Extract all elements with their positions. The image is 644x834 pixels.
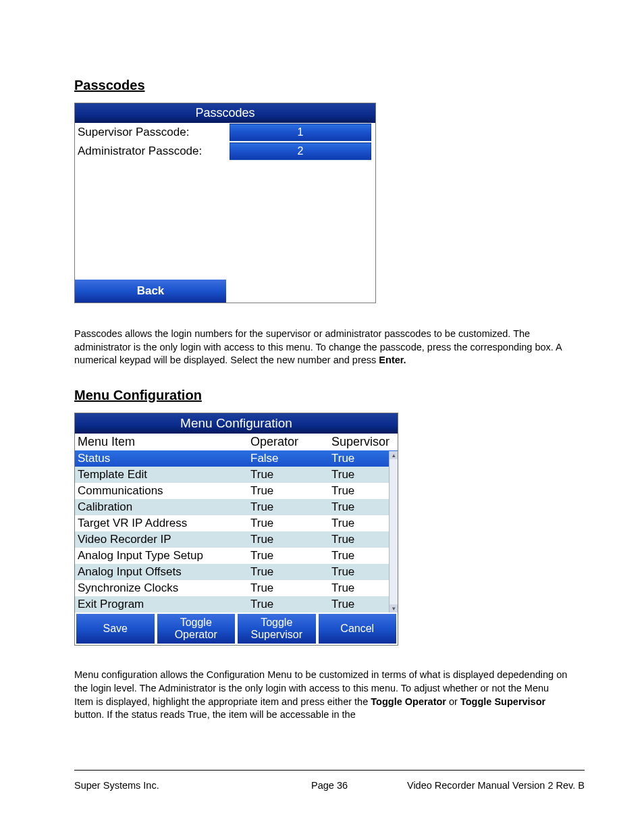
menu-config-table: Menu Item Operator Supervisor StatusFals… xyxy=(75,434,398,613)
cell-operator: True xyxy=(248,467,329,483)
scroll-up-icon[interactable]: ▴ xyxy=(390,451,398,459)
passcodes-paragraph-text: Passcodes allows the login numbers for t… xyxy=(74,328,562,365)
cell-operator: True xyxy=(248,548,329,564)
save-button[interactable]: Save xyxy=(76,614,155,644)
menu-config-panel-title: Menu Configuration xyxy=(75,413,398,434)
cell-supervisor: True xyxy=(329,548,398,564)
cell-menu-item: Template Edit xyxy=(75,467,248,483)
cell-supervisor: True xyxy=(329,483,398,499)
footer-right: Video Recorder Manual Version 2 Rev. B xyxy=(361,780,585,791)
cell-supervisor: True xyxy=(329,467,398,483)
table-row[interactable]: Template EditTrueTrue xyxy=(75,467,398,483)
footer-center: Page 36 xyxy=(298,780,361,791)
supervisor-passcode-label: Supervisor Passcode: xyxy=(75,126,230,139)
passcodes-panel-title: Passcodes xyxy=(75,103,375,123)
cell-operator: True xyxy=(248,483,329,499)
toggle-operator-bold: Toggle Operator xyxy=(371,696,446,707)
cell-supervisor: True xyxy=(329,499,398,515)
administrator-passcode-row: Administrator Passcode: 2 xyxy=(75,142,375,161)
scroll-down-icon[interactable]: ▾ xyxy=(390,604,398,613)
cell-menu-item: Calibration xyxy=(75,499,248,515)
cell-supervisor: True xyxy=(329,596,398,613)
passcodes-paragraph: Passcodes allows the login numbers for t… xyxy=(74,328,570,367)
back-button[interactable]: Back xyxy=(75,280,226,303)
supervisor-passcode-row: Supervisor Passcode: 1 xyxy=(75,123,375,142)
cell-supervisor: True xyxy=(329,531,398,548)
cell-menu-item: Video Recorder IP xyxy=(75,531,248,548)
cell-menu-item: Target VR IP Address xyxy=(75,515,248,531)
table-row[interactable]: Video Recorder IPTrueTrue xyxy=(75,531,398,548)
cell-operator: False xyxy=(248,450,329,467)
cell-operator: True xyxy=(248,515,329,531)
cell-menu-item: Communications xyxy=(75,483,248,499)
cell-operator: True xyxy=(248,580,329,596)
enter-bold: Enter. xyxy=(379,355,406,365)
table-row[interactable]: CommunicationsTrueTrue xyxy=(75,483,398,499)
cell-operator: True xyxy=(248,596,329,613)
menu-config-paragraph: Menu configuration allows the Configurat… xyxy=(74,669,570,721)
menu-config-paragraph-post: button. If the status reads True, the it… xyxy=(74,709,356,720)
cell-operator: True xyxy=(248,499,329,515)
table-row[interactable]: Analog Input OffsetsTrueTrue xyxy=(75,564,398,580)
col-menu-item: Menu Item xyxy=(75,434,248,450)
col-operator: Operator xyxy=(248,434,329,450)
menu-config-paragraph-mid: or xyxy=(446,696,460,707)
table-row[interactable]: Exit ProgramTrueTrue xyxy=(75,596,398,613)
passcodes-panel: Passcodes Supervisor Passcode: 1 Adminis… xyxy=(74,103,376,303)
cell-operator: True xyxy=(248,531,329,548)
passcodes-heading: Passcodes xyxy=(74,78,570,93)
cell-supervisor: True xyxy=(329,450,398,467)
page-footer: Super Systems Inc. Page 36 Video Recorde… xyxy=(74,780,585,791)
administrator-passcode-label: Administrator Passcode: xyxy=(75,145,230,158)
footer-left: Super Systems Inc. xyxy=(74,780,298,791)
toggle-operator-button[interactable]: ToggleOperator xyxy=(157,614,236,644)
cell-supervisor: True xyxy=(329,515,398,531)
table-row[interactable]: StatusFalseTrue xyxy=(75,450,398,467)
cell-menu-item: Exit Program xyxy=(75,596,248,613)
cell-menu-item: Status xyxy=(75,450,248,467)
cell-operator: True xyxy=(248,564,329,580)
toggle-supervisor-bold: Toggle Supervisor xyxy=(460,696,545,707)
menu-config-panel: Menu Configuration Menu Item Operator Su… xyxy=(74,413,398,646)
scrollbar[interactable]: ▴ ▾ xyxy=(389,451,398,613)
menu-configuration-heading: Menu Configuration xyxy=(74,388,570,403)
table-row[interactable]: Analog Input Type SetupTrueTrue xyxy=(75,548,398,564)
cell-supervisor: True xyxy=(329,580,398,596)
cell-menu-item: Analog Input Type Setup xyxy=(75,548,248,564)
toggle-supervisor-button[interactable]: ToggleSupervisor xyxy=(238,614,316,644)
cell-menu-item: Analog Input Offsets xyxy=(75,564,248,580)
footer-divider xyxy=(74,770,585,771)
table-row[interactable]: Synchronize ClocksTrueTrue xyxy=(75,580,398,596)
col-supervisor: Supervisor xyxy=(329,434,398,450)
cancel-button[interactable]: Cancel xyxy=(319,614,397,644)
cell-supervisor: True xyxy=(329,564,398,580)
supervisor-passcode-value[interactable]: 1 xyxy=(230,124,371,141)
table-row[interactable]: CalibrationTrueTrue xyxy=(75,499,398,515)
cell-menu-item: Synchronize Clocks xyxy=(75,580,248,596)
administrator-passcode-value[interactable]: 2 xyxy=(230,142,371,160)
table-row[interactable]: Target VR IP AddressTrueTrue xyxy=(75,515,398,531)
